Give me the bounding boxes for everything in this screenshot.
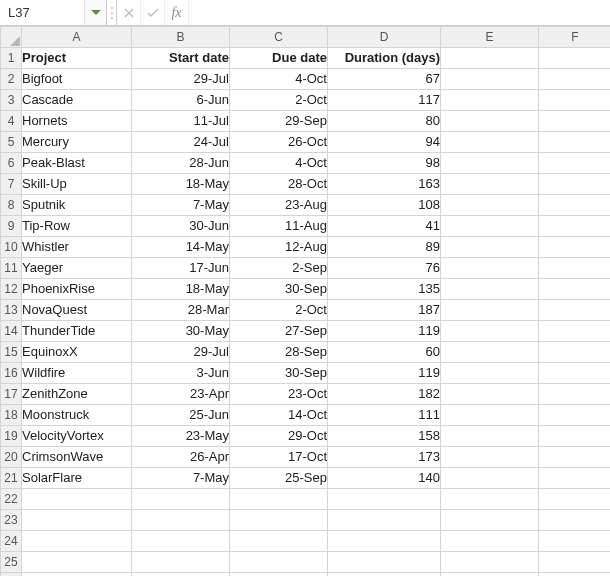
cell[interactable]: 26-Apr bbox=[132, 447, 230, 468]
cell[interactable]: 119 bbox=[328, 363, 441, 384]
cell[interactable] bbox=[441, 447, 539, 468]
cell[interactable]: 41 bbox=[328, 216, 441, 237]
cell[interactable]: Duration (days) bbox=[328, 48, 441, 69]
cell[interactable]: Start date bbox=[132, 48, 230, 69]
cell[interactable]: 24-Jul bbox=[132, 132, 230, 153]
cell[interactable]: 135 bbox=[328, 279, 441, 300]
cell[interactable] bbox=[441, 48, 539, 69]
cell[interactable]: ThunderTide bbox=[22, 321, 132, 342]
cell[interactable] bbox=[539, 552, 611, 573]
cell[interactable] bbox=[328, 573, 441, 577]
cell[interactable]: 182 bbox=[328, 384, 441, 405]
cell[interactable] bbox=[22, 573, 132, 577]
row-header[interactable]: 3 bbox=[1, 90, 22, 111]
cell[interactable]: Wildfire bbox=[22, 363, 132, 384]
row-header[interactable]: 12 bbox=[1, 279, 22, 300]
cell[interactable] bbox=[539, 405, 611, 426]
cell[interactable]: 29-Jul bbox=[132, 69, 230, 90]
cell[interactable]: Yaeger bbox=[22, 258, 132, 279]
cell[interactable] bbox=[132, 573, 230, 577]
cell[interactable] bbox=[328, 552, 441, 573]
cell[interactable]: Peak-Blast bbox=[22, 153, 132, 174]
cell[interactable] bbox=[539, 426, 611, 447]
formula-input[interactable] bbox=[189, 0, 610, 25]
cell[interactable] bbox=[539, 237, 611, 258]
cell[interactable] bbox=[441, 279, 539, 300]
spreadsheet-grid[interactable]: A B C D E F 1ProjectStart dateDue dateDu… bbox=[0, 26, 610, 576]
cell[interactable] bbox=[441, 573, 539, 577]
row-header[interactable]: 26 bbox=[1, 573, 22, 577]
cell[interactable]: 163 bbox=[328, 174, 441, 195]
cell[interactable]: PhoenixRise bbox=[22, 279, 132, 300]
cell[interactable]: 25-Sep bbox=[230, 468, 328, 489]
cell[interactable]: 67 bbox=[328, 69, 441, 90]
cell[interactable]: 7-May bbox=[132, 468, 230, 489]
cell[interactable] bbox=[441, 300, 539, 321]
cell[interactable]: 28-Mar bbox=[132, 300, 230, 321]
row-header[interactable]: 20 bbox=[1, 447, 22, 468]
row-header[interactable]: 18 bbox=[1, 405, 22, 426]
row-header[interactable]: 25 bbox=[1, 552, 22, 573]
cell[interactable]: 2-Oct bbox=[230, 90, 328, 111]
cell[interactable] bbox=[441, 531, 539, 552]
cell[interactable]: ZenithZone bbox=[22, 384, 132, 405]
cell[interactable]: 12-Aug bbox=[230, 237, 328, 258]
cell[interactable]: 27-Sep bbox=[230, 321, 328, 342]
cell[interactable] bbox=[539, 69, 611, 90]
cell[interactable]: 26-Oct bbox=[230, 132, 328, 153]
cell[interactable] bbox=[539, 384, 611, 405]
cell[interactable]: NovaQuest bbox=[22, 300, 132, 321]
cell[interactable] bbox=[441, 90, 539, 111]
cell[interactable]: 28-Jun bbox=[132, 153, 230, 174]
col-header-E[interactable]: E bbox=[441, 27, 539, 48]
cell[interactable] bbox=[441, 174, 539, 195]
cell[interactable]: 119 bbox=[328, 321, 441, 342]
cell[interactable] bbox=[328, 510, 441, 531]
cell[interactable]: 18-May bbox=[132, 279, 230, 300]
cell[interactable]: 117 bbox=[328, 90, 441, 111]
cell[interactable]: 6-Jun bbox=[132, 90, 230, 111]
row-header[interactable]: 1 bbox=[1, 48, 22, 69]
select-all-corner[interactable] bbox=[1, 27, 22, 48]
cell[interactable]: 29-Sep bbox=[230, 111, 328, 132]
col-header-B[interactable]: B bbox=[132, 27, 230, 48]
cell[interactable] bbox=[441, 510, 539, 531]
cell[interactable] bbox=[539, 489, 611, 510]
cell[interactable] bbox=[230, 573, 328, 577]
cell[interactable] bbox=[230, 489, 328, 510]
cell[interactable]: Cascade bbox=[22, 90, 132, 111]
cell[interactable]: 60 bbox=[328, 342, 441, 363]
cell[interactable]: Tip-Row bbox=[22, 216, 132, 237]
row-header[interactable]: 23 bbox=[1, 510, 22, 531]
row-header[interactable]: 11 bbox=[1, 258, 22, 279]
cell[interactable] bbox=[441, 237, 539, 258]
cell[interactable]: 76 bbox=[328, 258, 441, 279]
cell[interactable] bbox=[441, 342, 539, 363]
cell[interactable] bbox=[441, 384, 539, 405]
cell[interactable] bbox=[441, 405, 539, 426]
cancel-formula-button[interactable] bbox=[117, 0, 141, 25]
cell[interactable]: 108 bbox=[328, 195, 441, 216]
row-header[interactable]: 22 bbox=[1, 489, 22, 510]
cell[interactable]: 23-Aug bbox=[230, 195, 328, 216]
row-header[interactable]: 19 bbox=[1, 426, 22, 447]
cell[interactable]: Hornets bbox=[22, 111, 132, 132]
cell[interactable] bbox=[441, 69, 539, 90]
cell[interactable] bbox=[539, 510, 611, 531]
cell[interactable]: 11-Jul bbox=[132, 111, 230, 132]
cell[interactable]: VelocityVortex bbox=[22, 426, 132, 447]
cell[interactable]: 89 bbox=[328, 237, 441, 258]
cell[interactable]: 3-Jun bbox=[132, 363, 230, 384]
cell[interactable] bbox=[539, 321, 611, 342]
row-header[interactable]: 8 bbox=[1, 195, 22, 216]
cell[interactable] bbox=[539, 90, 611, 111]
cell[interactable] bbox=[132, 531, 230, 552]
cell[interactable] bbox=[539, 195, 611, 216]
row-header[interactable]: 5 bbox=[1, 132, 22, 153]
cell[interactable]: 4-Oct bbox=[230, 153, 328, 174]
cell[interactable]: 30-Sep bbox=[230, 279, 328, 300]
cell[interactable]: 25-Jun bbox=[132, 405, 230, 426]
cell[interactable] bbox=[441, 111, 539, 132]
cell[interactable]: 30-May bbox=[132, 321, 230, 342]
cell[interactable] bbox=[22, 531, 132, 552]
